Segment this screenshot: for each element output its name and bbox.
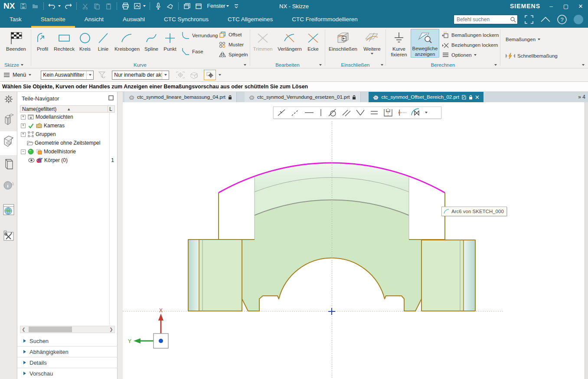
- cut-icon[interactable]: [81, 2, 89, 10]
- filter-reset-icon[interactable]: [98, 71, 108, 79]
- kreisbogen-button[interactable]: Kreisbogen: [113, 30, 141, 52]
- verrundung-button[interactable]: Verrundung: [181, 32, 218, 39]
- tree-row-modellansichten[interactable]: + Modellansichten: [20, 113, 115, 121]
- panel-resize-gutter[interactable]: [118, 92, 123, 379]
- navigator-horizontal-scrollbar[interactable]: ❮ ❯: [20, 326, 115, 333]
- window-icon[interactable]: [194, 2, 203, 10]
- maximize-button[interactable]: ▢: [562, 3, 570, 10]
- scroll-left-icon[interactable]: ❮: [20, 327, 27, 332]
- constraint-vertical-icon[interactable]: [317, 107, 325, 118]
- scroll-right-icon[interactable]: ❯: [108, 327, 114, 332]
- fase-button[interactable]: Fase: [181, 48, 203, 55]
- group-label-skizze[interactable]: Skizze: [2, 62, 30, 68]
- print-icon[interactable]: [121, 2, 130, 10]
- section-abhaengigkeiten[interactable]: Abhängigkeiten: [17, 346, 118, 357]
- tools-icon[interactable]: [0, 230, 17, 242]
- bemassungen-lockern-button[interactable]: 1.0 Bemaßungen lockern: [442, 31, 499, 39]
- point-dialog-caret-icon[interactable]: [219, 74, 221, 76]
- constraint-equal-icon[interactable]: [368, 107, 381, 118]
- ecke-button[interactable]: Ecke: [304, 30, 322, 52]
- tab-overflow-indicator[interactable]: » 4: [578, 92, 588, 102]
- screenshot-icon[interactable]: [133, 2, 141, 10]
- copy-icon[interactable]: [92, 2, 101, 10]
- touch-gesture-icon[interactable]: [166, 2, 174, 10]
- constraint-point-on-curve-icon[interactable]: [289, 107, 302, 118]
- screenshot-caret-icon[interactable]: [143, 5, 146, 7]
- sketch-canvas[interactable]: X Y: [123, 102, 588, 379]
- linie-button[interactable]: Linie: [95, 30, 112, 52]
- close-button[interactable]: ✕: [577, 3, 585, 10]
- tab-auswahl[interactable]: Auswahl: [113, 12, 154, 28]
- window-cascade-icon[interactable]: [183, 2, 191, 10]
- snap-point-icon[interactable]: [175, 71, 186, 79]
- rechteck-button[interactable]: Rechteck: [53, 30, 75, 52]
- constraint-coincident-icon[interactable]: [275, 107, 288, 118]
- constraint-symmetric-icon[interactable]: [382, 107, 395, 118]
- tree-row-gruppen[interactable]: + Gruppen: [20, 130, 115, 139]
- trimmen-button[interactable]: Trimmen: [252, 30, 274, 52]
- optionen-button[interactable]: Optionen: [442, 51, 477, 58]
- punkt-button[interactable]: Punkt: [161, 30, 179, 52]
- info-icon[interactable]: [0, 179, 17, 191]
- group-berechnen-caret-icon[interactable]: [494, 64, 497, 66]
- point-dialog-button[interactable]: [204, 70, 216, 80]
- user-avatar[interactable]: [573, 14, 584, 25]
- undo-icon[interactable]: [48, 2, 56, 10]
- offset-button[interactable]: Offset: [219, 31, 242, 38]
- constraint-toolbar-caret-icon[interactable]: [425, 112, 428, 113]
- window-menu[interactable]: Fenster: [207, 3, 229, 9]
- open-icon[interactable]: [31, 2, 39, 10]
- group-einschliessen-caret-icon[interactable]: [381, 64, 383, 66]
- weitere-button[interactable]: Weitere: [361, 30, 383, 55]
- scrollbar-thumb[interactable]: [29, 327, 72, 332]
- web-browser-icon[interactable]: [0, 204, 17, 216]
- tab-startseite[interactable]: Startseite: [31, 12, 75, 28]
- assembly-navigator-icon[interactable]: [0, 113, 17, 126]
- expander-icon[interactable]: +: [21, 132, 26, 137]
- qat-customize-icon[interactable]: [232, 2, 241, 10]
- selection-filter-combo[interactable]: Kein Auswahlfilter: [41, 71, 94, 80]
- fullscreen-icon[interactable]: [524, 14, 534, 25]
- tree-row-koerper[interactable]: Körper (0) 1: [20, 156, 115, 165]
- constraint-tangent-icon[interactable]: [326, 107, 339, 118]
- panel-maximize-icon[interactable]: [108, 95, 117, 102]
- bewegliche-anzeigen-button[interactable]: Bewegliche anzeigen: [411, 29, 439, 58]
- kurve-fixieren-button[interactable]: Kurve fixieren: [388, 30, 410, 58]
- finish-sketch-button[interactable]: Beenden: [4, 30, 28, 52]
- tab-ctc-allgemeines[interactable]: CTC Allgemeines: [218, 12, 282, 28]
- redo-icon[interactable]: [64, 2, 72, 10]
- expander-icon[interactable]: +: [21, 123, 26, 128]
- kreis-button[interactable]: Kreis: [76, 30, 94, 52]
- einschliessen-button[interactable]: Einschließen: [327, 30, 359, 52]
- tab-ansicht[interactable]: Ansicht: [75, 12, 113, 28]
- tree-row-geometrie[interactable]: Geometrie ohne Zeitstempel: [20, 139, 115, 147]
- spiegeln-button[interactable]: Spiegeln: [219, 51, 248, 58]
- group-kurve-dialog-caret-icon[interactable]: [244, 64, 246, 66]
- scope-filter-combo[interactable]: Nur innerhalb der akt...: [112, 71, 169, 80]
- section-suchen[interactable]: Suchen: [17, 336, 118, 346]
- help-icon[interactable]: ?: [557, 14, 567, 25]
- snap-solid-icon[interactable]: [189, 71, 199, 79]
- expander-icon[interactable]: −: [21, 149, 26, 154]
- section-vorschau[interactable]: Vorschau: [17, 368, 118, 379]
- document-tab-1[interactable]: ctc_synmod_lineare_bemassung_04.prt: [124, 92, 237, 102]
- close-tab-icon[interactable]: [475, 95, 479, 99]
- beziehungen-lockern-button[interactable]: Beziehungen lockern: [442, 41, 498, 49]
- section-details[interactable]: Details: [17, 357, 118, 368]
- tab-ctc-freiformmodellieren[interactable]: CTC Freiformmodellieren: [282, 12, 367, 28]
- tab-task[interactable]: Task: [0, 12, 31, 28]
- history-book-icon[interactable]: [0, 158, 17, 171]
- document-tab-2[interactable]: ctc_synmod_Verrundung_ersetzen_01.prt: [245, 92, 361, 102]
- navigator-column-header[interactable]: Name(gefiltert) ▲ L: [20, 105, 115, 113]
- spline-button[interactable]: Spline: [142, 30, 160, 52]
- constraint-midpoint-icon[interactable]: [395, 107, 408, 118]
- minimize-button[interactable]: –: [547, 3, 555, 10]
- save-icon[interactable]: [19, 2, 28, 10]
- part-navigator-icon[interactable]: [0, 134, 17, 148]
- group-bemassung-caret-icon[interactable]: [582, 64, 585, 66]
- undo-caret-icon[interactable]: [58, 5, 61, 7]
- constraint-parallel-icon[interactable]: [340, 107, 353, 118]
- paste-icon[interactable]: [104, 2, 113, 10]
- constraint-horizontal-icon[interactable]: [303, 107, 316, 118]
- eye-icon[interactable]: [28, 157, 35, 164]
